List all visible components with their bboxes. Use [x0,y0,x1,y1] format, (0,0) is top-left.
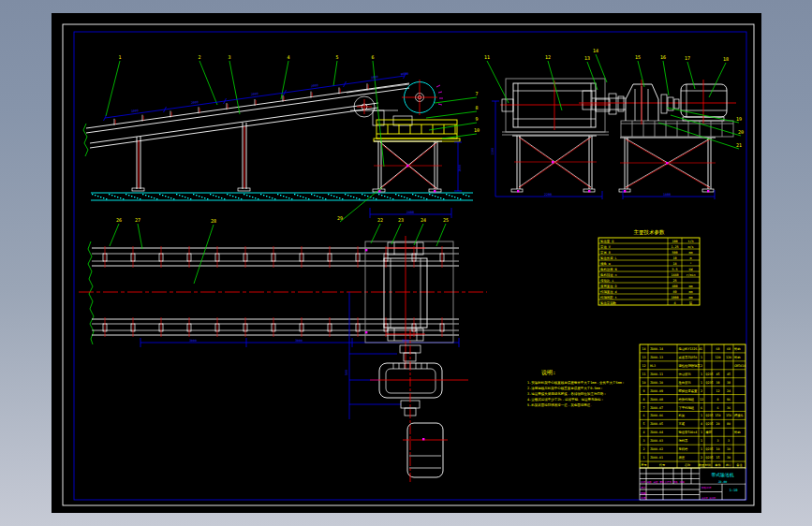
balloon-number: 13 [584,55,590,61]
dimension-label: 2400 [406,211,414,214]
bom-qty: 1 [701,439,702,443]
bom-name: 槽形托辊组 [679,398,695,402]
bom-qty: 2 [701,389,702,393]
bom-note: 外购 [734,355,741,359]
bom-no: 13 [642,356,646,359]
bom-unit-weight: 150 [716,414,721,417]
scale-value: 1:10 [729,488,738,492]
drawing-number: JD-00 [718,480,728,484]
bom-qty: 4 [701,422,702,426]
parameter-table-title: 主要技术参数 [634,229,666,236]
check-label: 校核 [640,491,646,495]
bom-qty: 1 [701,347,702,351]
param-value: 89 [672,290,676,294]
balloon-number: 8 [475,105,478,110]
bom-no: 7 [643,406,645,410]
balloon-number: 4 [287,54,289,60]
param-name: 电机转速 n [600,273,617,277]
bom-total-weight: 24 [727,389,731,393]
bom-code: JD00-01 [650,456,663,460]
balloon-number: 26 [116,217,122,223]
bom-note: GB5014 [734,364,746,368]
param-name: 电机功率 N [600,268,617,271]
bom-qty: 2 [701,456,702,460]
bom-name: 下平托辊组 [679,406,695,410]
bom-unit-weight: 12 [716,389,720,393]
balloon-number: 2 [198,54,200,60]
bom-total-weight: 3 [728,439,730,443]
bom-no: 12 [642,364,646,368]
dimension-label: 3000 [402,339,409,343]
param-unit: r/min [686,273,695,277]
param-value: 400 [672,285,677,288]
bom-code: JD00-10 [650,381,663,385]
bom-qty: 12 [700,398,703,402]
bom-no: 9 [643,389,645,393]
bom-total-weight: 10 [727,447,731,451]
bom-unit-weight: 38 [716,381,720,385]
bom-code: JD00-13 [650,356,663,359]
param-value: 500 [672,251,677,255]
bom-code: HL3 [650,364,656,368]
bom-material: Q235 [706,456,714,460]
dimension-label: 1600 [458,165,462,172]
bom-name: 弹性柱销联轴器 [679,363,701,368]
dimension-label: 500 [345,370,348,375]
bom-name: 输送带500×4 [679,431,698,434]
param-value: 4 [673,301,675,305]
balloon-number: 15 [635,54,641,60]
param-name: 托辊直径 d [600,290,617,294]
bom-name: 底座 [679,456,686,460]
balloon-number: 19 [736,116,742,122]
bom-qty: 1 [701,414,702,417]
balloon-number: 11 [484,54,490,60]
bom-total-weight: 36 [727,406,731,410]
bom-no: 3 [643,439,645,443]
dimension-label: 1800 [663,193,671,197]
bom-name: 改向滚筒 [679,380,692,385]
bom-qty: 1 [701,431,702,434]
bom-note: 外购 [734,346,741,351]
param-unit: t/h [687,240,693,243]
bom-unit-weight: 8 [717,398,719,402]
bom-unit-weight: 120 [716,356,721,359]
bom-no: 8 [643,398,645,402]
dimension-label: 3000 [189,339,197,343]
bom-code: JD00-03 [650,439,663,443]
bom-name: 螺旋拉紧装置 [679,388,698,393]
bom-qty: 1 [701,381,702,385]
balloon-number: 7 [475,91,478,96]
bom-note: 焊接件 [734,413,745,417]
bom-name: 减速器ZQ350 [679,356,698,359]
param-name: 托辊间距 t [600,296,617,300]
param-value: 18 [672,262,676,266]
balloon-number: 27 [135,217,140,223]
param-unit: m [689,256,691,260]
balloon-number: 23 [398,217,404,223]
param-unit: mm [688,290,692,294]
bom-no: 11 [642,373,646,376]
balloon-number: 16 [660,54,666,60]
bom-header: 备注 [736,463,742,467]
bom-code: JD00-05 [650,422,663,426]
bom-total-weight: 120 [726,356,731,359]
bom-unit-weight: 68 [716,347,720,351]
note-line: 2.滚筒轴线与机架中心线垂直度误差不大于0.5mm； [527,386,603,390]
bom-material: Q235 [706,447,714,451]
bom-material: Q235 [706,373,714,376]
bom-material: Q235 [706,381,714,385]
param-name: 带速 V [600,245,611,249]
bom-material: Q235 [706,414,714,417]
bom-header: 材料 [704,463,712,467]
bom-header: 序号 [641,463,647,467]
note-line: 5.机架表面涂防锈底漆一道，灰色面漆两道。 [527,402,594,407]
balloon-number: 6 [371,54,374,60]
bom-no: 14 [642,347,646,351]
bom-code: JD00-08 [650,398,663,402]
bom-code: JD00-11 [650,373,663,376]
bom-unit-weight: 45 [716,373,720,376]
bom-name: 清扫器 [679,439,689,443]
bom-total-weight: 150 [726,414,731,417]
bom-no: 2 [643,447,645,451]
bom-note: 外购 [734,430,741,434]
